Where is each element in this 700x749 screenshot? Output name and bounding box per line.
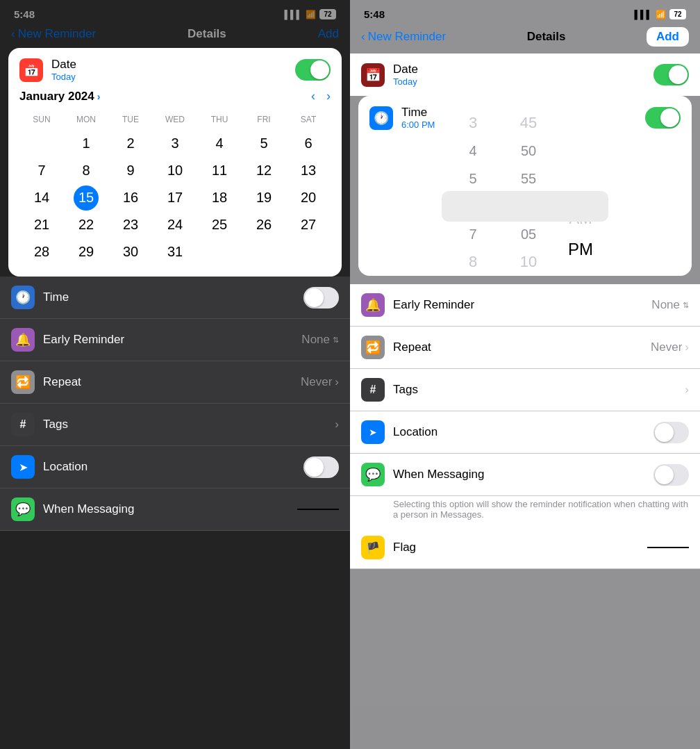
calendar-day[interactable]: 28 [19, 238, 64, 265]
repeat-value-right: Never › [651, 340, 689, 354]
time-toggle-right[interactable] [645, 107, 681, 129]
bell-icon: 🔔 [15, 332, 31, 347]
nav-bar-right: ‹ New Reminder Details Add [350, 23, 700, 54]
date-sublabel: Today [51, 72, 287, 82]
prev-month-button[interactable]: ‹ [311, 89, 315, 104]
repeat-glyph-right: 🔁 [365, 340, 381, 355]
settings-list-right: 🔔 Early Reminder None ⇅ 🔁 Repeat Never ›… [350, 284, 700, 569]
flag-icon-right: 🏴 [361, 536, 385, 559]
calendar-day[interactable]: 10 [153, 157, 197, 184]
date-label-group-right: Date Today [393, 63, 645, 87]
tags-icon-right: # [361, 378, 385, 402]
calendar-day [242, 238, 286, 265]
when-messaging-icon-right: 💬 [361, 463, 385, 486]
calendar-day[interactable]: 20 [286, 184, 331, 211]
when-messaging-row-left[interactable]: 💬 When Messaging [0, 488, 350, 531]
calendar-day[interactable]: 27 [286, 211, 331, 238]
flag-row-right[interactable]: 🏴 Flag [350, 527, 700, 569]
calendar-day[interactable]: 3 [153, 130, 197, 157]
early-reminder-row-left[interactable]: 🔔 Early Reminder None ⇅ [0, 319, 350, 361]
calendar-day[interactable]: 15 [74, 186, 99, 211]
early-reminder-val-right: None [651, 298, 680, 312]
hour-5: 5 [445, 165, 501, 192]
flag-label-right: Flag [393, 541, 416, 554]
date-toggle-left[interactable] [295, 59, 331, 81]
chevron-right-icon-tags: › [335, 418, 339, 431]
calendar-day[interactable]: 12 [242, 157, 286, 184]
location-label-right: Location [393, 425, 438, 439]
next-month-button[interactable]: › [326, 89, 331, 104]
location-toggle-left[interactable] [303, 456, 339, 478]
calendar-day[interactable]: 19 [242, 184, 286, 211]
calendar-day[interactable]: 23 [108, 211, 153, 238]
when-messaging-row-right[interactable]: 💬 When Messaging [350, 454, 700, 496]
messaging-icon-glyph: 💬 [15, 502, 31, 517]
calendar-day[interactable]: 9 [108, 157, 153, 184]
date-label-group: Date Today [51, 58, 287, 82]
time-toggle-left[interactable] [303, 287, 339, 308]
min-55: 55 [501, 165, 556, 192]
location-toggle-right[interactable] [653, 422, 689, 443]
calendar-day[interactable]: 6 [286, 130, 331, 157]
calendar-day[interactable]: 24 [153, 211, 197, 238]
calendar-day[interactable]: 1 [64, 130, 108, 157]
tags-row-left[interactable]: # Tags › [0, 404, 350, 446]
status-bar-right: 5:48 ▌▌▌ 📶 72 [350, 0, 700, 23]
tags-label-left: Tags [43, 418, 68, 431]
repeat-icon-glyph: 🔁 [15, 374, 31, 390]
hash-icon: # [20, 418, 26, 431]
calendar-day[interactable]: 5 [242, 130, 286, 157]
calendar-day[interactable]: 7 [19, 157, 64, 184]
hour-4: 4 [445, 137, 501, 165]
tags-row-right[interactable]: # Tags › [350, 369, 700, 411]
min-10: 10 [501, 248, 556, 276]
calendar-day[interactable]: 25 [197, 211, 242, 238]
weekday-fri: FRI [242, 112, 286, 127]
calendar-day[interactable]: 11 [197, 157, 242, 184]
time-picker[interactable]: 3 4 5 6 7 8 9 45 50 55 00 05 10 15 AM [358, 137, 692, 276]
calendar-day[interactable]: 29 [64, 238, 108, 265]
calendar-nav: January 2024 › ‹ › [19, 89, 331, 104]
calendar-day[interactable]: 17 [153, 184, 197, 211]
early-reminder-label-left: Early Reminder [43, 333, 124, 347]
repeat-row-left[interactable]: 🔁 Repeat Never › [0, 361, 350, 404]
date-label: Date [51, 58, 287, 72]
calendar-day[interactable]: 16 [108, 184, 153, 211]
calendar-day[interactable]: 4 [197, 130, 242, 157]
tags-value-left: › [335, 418, 339, 431]
clock-icon: 🕐 [15, 290, 31, 305]
early-reminder-row-right[interactable]: 🔔 Early Reminder None ⇅ [350, 284, 700, 327]
early-reminder-value-right: None ⇅ [651, 298, 689, 312]
calendar-day[interactable]: 30 [108, 238, 153, 265]
location-icon-glyph: ➤ [19, 461, 28, 474]
repeat-icon-right: 🔁 [361, 336, 385, 359]
calendar-day[interactable]: 13 [286, 157, 331, 184]
date-toggle-right[interactable] [653, 64, 689, 85]
bell-icon-right: 🔔 [365, 297, 381, 313]
calendar-day[interactable]: 21 [19, 211, 64, 238]
when-messaging-toggle-right[interactable] [653, 464, 689, 486]
date-icon: 📅 [19, 58, 43, 82]
calendar-day[interactable]: 31 [153, 238, 197, 265]
when-messaging-label-left: When Messaging [43, 502, 134, 516]
calendar-month-year[interactable]: January 2024 › [19, 90, 100, 104]
calendar-day[interactable]: 18 [197, 184, 242, 211]
calendar-day[interactable]: 26 [242, 211, 286, 238]
calendar-day[interactable]: 8 [64, 157, 108, 184]
repeat-label-right: Repeat [393, 340, 431, 354]
date-row-right: 📅 Date Today [350, 54, 700, 96]
location-row-right[interactable]: ➤ Location [350, 411, 700, 454]
location-row-left[interactable]: ➤ Location [0, 446, 350, 488]
repeat-row-right[interactable]: 🔁 Repeat Never › [350, 327, 700, 369]
calendar-day[interactable]: 22 [64, 211, 108, 238]
weekday-tue: TUE [108, 112, 153, 127]
calendar-day[interactable]: 14 [19, 184, 64, 211]
repeat-val-right: Never [651, 340, 682, 354]
time-row-left[interactable]: 🕐 Time [0, 277, 350, 319]
calendar-day[interactable]: 2 [108, 130, 153, 157]
location-icon-right: ➤ [361, 420, 385, 444]
add-button-right[interactable]: Add [647, 27, 689, 47]
repeat-value-left: Never › [301, 375, 339, 389]
back-button-right[interactable]: ‹ New Reminder [361, 30, 446, 44]
weekday-mon: MON [64, 112, 108, 127]
